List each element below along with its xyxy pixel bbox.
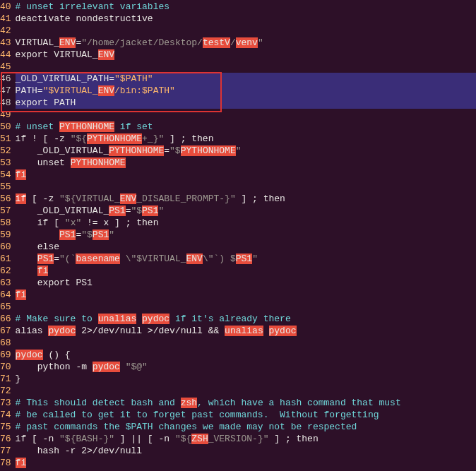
linenum: 45: [0, 61, 11, 73]
linenum: 68: [0, 337, 11, 349]
linenum: 64: [0, 289, 11, 301]
code-line[interactable]: [16, 109, 476, 121]
linenum: 49: [0, 109, 11, 121]
code-line[interactable]: [16, 301, 476, 313]
linenum: 46: [0, 73, 11, 85]
code-line[interactable]: # unset PYTHONHOME if set: [16, 121, 476, 133]
linenum: 60: [0, 241, 11, 253]
code-line[interactable]: # This should detect bash and zsh, which…: [16, 397, 476, 409]
linenum: 51: [0, 133, 11, 145]
linenum: 66: [0, 313, 11, 325]
code-line-selected[interactable]: _OLD_VIRTUAL_PATH="$PATH": [16, 73, 476, 85]
linenum: 58: [0, 217, 11, 229]
linenum: 43: [0, 37, 11, 49]
linenum: 48: [0, 97, 11, 109]
code-line[interactable]: if [ "x" != x ] ; then: [16, 217, 476, 229]
linenum: 71: [0, 373, 11, 385]
code-line[interactable]: # unset irrelevant variables: [16, 1, 476, 13]
linenum: 69: [0, 349, 11, 361]
linenum: 41: [0, 13, 11, 25]
code-line[interactable]: [16, 25, 476, 37]
linenum: 62: [0, 265, 11, 277]
code-line[interactable]: # past commands the $PATH changes we mad…: [16, 421, 476, 433]
code-line[interactable]: export PS1: [16, 277, 476, 289]
code-line[interactable]: fi: [16, 457, 476, 469]
linenum: 56: [0, 193, 11, 205]
code-line[interactable]: _OLD_VIRTUAL_PS1="$PS1": [16, 205, 476, 217]
code-line[interactable]: python -m pydoc "$@": [16, 361, 476, 373]
code-line[interactable]: # be called to get it to forget past com…: [16, 409, 476, 421]
code-line[interactable]: alias pydoc 2>/dev/null >/dev/null && un…: [16, 325, 476, 337]
linenum: 57: [0, 205, 11, 217]
linenum: 42: [0, 25, 11, 37]
linenum: 70: [0, 361, 11, 373]
code-line[interactable]: PS1="(`basename \"$VIRTUAL_ENV\"`) $PS1": [16, 253, 476, 265]
code-line[interactable]: [16, 337, 476, 349]
linenum: 65: [0, 301, 11, 313]
code-line[interactable]: if ! [ -z "${PYTHONHOME+_}" ] ; then: [16, 133, 476, 145]
linenum: 53: [0, 157, 11, 169]
code-line[interactable]: PS1="$PS1": [16, 229, 476, 241]
code-line[interactable]: pydoc () {: [16, 349, 476, 361]
code-line[interactable]: VIRTUAL_ENV="/home/jacket/Desktop/testV/…: [16, 37, 476, 49]
code-line[interactable]: _OLD_VIRTUAL_PYTHONHOME="$PYTHONHOME": [16, 145, 476, 157]
code-line[interactable]: }: [16, 373, 476, 385]
code-editor[interactable]: 40 41 42 43 44 45 46 47 48 49 50 51 52 5…: [0, 0, 476, 470]
linenum: 52: [0, 145, 11, 157]
code-line[interactable]: [16, 385, 476, 397]
code-line[interactable]: export VIRTUAL_ENV: [16, 49, 476, 61]
linenum: 54: [0, 169, 11, 181]
linenum: 59: [0, 229, 11, 241]
linenum: 63: [0, 277, 11, 289]
line-gutter: 40 41 42 43 44 45 46 47 48 49 50 51 52 5…: [0, 0, 16, 470]
linenum: 78: [0, 457, 11, 469]
code-line[interactable]: fi: [16, 169, 476, 181]
linenum: 67: [0, 325, 11, 337]
linenum: 77: [0, 445, 11, 457]
code-line[interactable]: [16, 61, 476, 73]
linenum: 76: [0, 433, 11, 445]
code-line-selected[interactable]: export PATH: [16, 97, 476, 109]
linenum: 55: [0, 181, 11, 193]
code-line[interactable]: [16, 181, 476, 193]
linenum: 47: [0, 85, 11, 97]
code-line[interactable]: if [ -n "${BASH-}" ] || [ -n "${ZSH_VERS…: [16, 433, 476, 445]
code-line[interactable]: else: [16, 241, 476, 253]
linenum: 75: [0, 421, 11, 433]
code-line[interactable]: hash -r 2>/dev/null: [16, 445, 476, 457]
linenum: 72: [0, 385, 11, 397]
linenum: 50: [0, 121, 11, 133]
code-line[interactable]: # Make sure to unalias pydoc if it's alr…: [16, 313, 476, 325]
code-body[interactable]: # unset irrelevant variables deactivate …: [16, 0, 476, 470]
code-line[interactable]: fi: [16, 265, 476, 277]
code-line[interactable]: if [ -z "${VIRTUAL_ENV_DISABLE_PROMPT-}"…: [16, 193, 476, 205]
code-line[interactable]: deactivate nondestructive: [16, 13, 476, 25]
linenum: 40: [0, 1, 11, 13]
linenum: 74: [0, 409, 11, 421]
code-line-selected[interactable]: PATH="$VIRTUAL_ENV/bin:$PATH": [16, 85, 476, 97]
linenum: 73: [0, 397, 11, 409]
code-line[interactable]: fi: [16, 289, 476, 301]
code-line[interactable]: unset PYTHONHOME: [16, 157, 476, 169]
linenum: 61: [0, 253, 11, 265]
linenum: 44: [0, 49, 11, 61]
